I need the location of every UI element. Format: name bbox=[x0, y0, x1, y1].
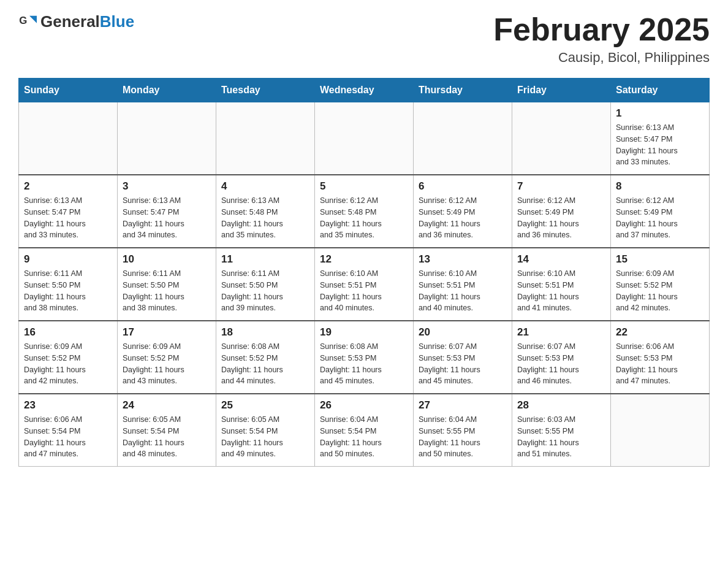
day-info: Sunrise: 6:10 AMSunset: 5:51 PMDaylight:… bbox=[320, 268, 408, 314]
day-info: Sunrise: 6:07 AMSunset: 5:53 PMDaylight:… bbox=[419, 341, 507, 387]
day-number: 10 bbox=[123, 253, 211, 266]
calendar-cell: 13Sunrise: 6:10 AMSunset: 5:51 PMDayligh… bbox=[414, 248, 512, 321]
day-info: Sunrise: 6:08 AMSunset: 5:52 PMDaylight:… bbox=[221, 341, 309, 387]
day-info: Sunrise: 6:06 AMSunset: 5:53 PMDaylight:… bbox=[616, 341, 704, 387]
calendar-cell: 26Sunrise: 6:04 AMSunset: 5:54 PMDayligh… bbox=[315, 394, 414, 467]
calendar-cell bbox=[315, 102, 414, 175]
day-info: Sunrise: 6:08 AMSunset: 5:53 PMDaylight:… bbox=[320, 341, 408, 387]
day-number: 28 bbox=[517, 399, 605, 412]
calendar-cell: 8Sunrise: 6:12 AMSunset: 5:49 PMDaylight… bbox=[611, 175, 710, 248]
day-number: 9 bbox=[24, 253, 112, 266]
day-number: 16 bbox=[24, 326, 112, 339]
day-info: Sunrise: 6:12 AMSunset: 5:49 PMDaylight:… bbox=[517, 195, 605, 241]
day-number: 6 bbox=[419, 180, 507, 193]
day-number: 14 bbox=[517, 253, 605, 266]
day-info: Sunrise: 6:06 AMSunset: 5:54 PMDaylight:… bbox=[24, 414, 112, 460]
calendar-cell: 1Sunrise: 6:13 AMSunset: 5:47 PMDaylight… bbox=[611, 102, 710, 175]
calendar-cell: 15Sunrise: 6:09 AMSunset: 5:52 PMDayligh… bbox=[611, 248, 710, 321]
calendar-cell: 24Sunrise: 6:05 AMSunset: 5:54 PMDayligh… bbox=[118, 394, 216, 467]
calendar-cell: 18Sunrise: 6:08 AMSunset: 5:52 PMDayligh… bbox=[216, 321, 315, 394]
calendar-cell: 20Sunrise: 6:07 AMSunset: 5:53 PMDayligh… bbox=[414, 321, 512, 394]
day-info: Sunrise: 6:09 AMSunset: 5:52 PMDaylight:… bbox=[123, 341, 211, 387]
calendar-cell bbox=[414, 102, 512, 175]
calendar-header-row: SundayMondayTuesdayWednesdayThursdayFrid… bbox=[19, 79, 710, 102]
day-info: Sunrise: 6:04 AMSunset: 5:55 PMDaylight:… bbox=[419, 414, 507, 460]
day-info: Sunrise: 6:13 AMSunset: 5:47 PMDaylight:… bbox=[616, 122, 704, 168]
day-number: 25 bbox=[221, 399, 309, 412]
day-number: 26 bbox=[320, 399, 408, 412]
svg-text:G: G bbox=[19, 15, 27, 26]
day-info: Sunrise: 6:04 AMSunset: 5:54 PMDaylight:… bbox=[320, 414, 408, 460]
calendar-row: 1Sunrise: 6:13 AMSunset: 5:47 PMDaylight… bbox=[19, 102, 710, 175]
day-info: Sunrise: 6:11 AMSunset: 5:50 PMDaylight:… bbox=[123, 268, 211, 314]
calendar-cell: 25Sunrise: 6:05 AMSunset: 5:54 PMDayligh… bbox=[216, 394, 315, 467]
calendar-cell: 23Sunrise: 6:06 AMSunset: 5:54 PMDayligh… bbox=[19, 394, 118, 467]
day-number: 19 bbox=[320, 326, 408, 339]
day-info: Sunrise: 6:05 AMSunset: 5:54 PMDaylight:… bbox=[123, 414, 211, 460]
calendar-cell bbox=[611, 394, 710, 467]
calendar-cell: 4Sunrise: 6:13 AMSunset: 5:48 PMDaylight… bbox=[216, 175, 315, 248]
day-info: Sunrise: 6:11 AMSunset: 5:50 PMDaylight:… bbox=[221, 268, 309, 314]
month-title: February 2025 bbox=[493, 12, 710, 47]
calendar-table: SundayMondayTuesdayWednesdayThursdayFrid… bbox=[18, 78, 710, 467]
calendar-cell: 21Sunrise: 6:07 AMSunset: 5:53 PMDayligh… bbox=[512, 321, 611, 394]
day-info: Sunrise: 6:12 AMSunset: 5:48 PMDaylight:… bbox=[320, 195, 408, 241]
calendar-cell bbox=[19, 102, 118, 175]
calendar-row: 2Sunrise: 6:13 AMSunset: 5:47 PMDaylight… bbox=[19, 175, 710, 248]
day-number: 4 bbox=[221, 180, 309, 193]
calendar-cell: 5Sunrise: 6:12 AMSunset: 5:48 PMDaylight… bbox=[315, 175, 414, 248]
day-number: 24 bbox=[123, 399, 211, 412]
logo: G GeneralBlue bbox=[18, 12, 134, 31]
day-info: Sunrise: 6:11 AMSunset: 5:50 PMDaylight:… bbox=[24, 268, 112, 314]
col-header-saturday: Saturday bbox=[611, 79, 710, 102]
day-info: Sunrise: 6:09 AMSunset: 5:52 PMDaylight:… bbox=[616, 268, 704, 314]
calendar-cell: 11Sunrise: 6:11 AMSunset: 5:50 PMDayligh… bbox=[216, 248, 315, 321]
day-number: 3 bbox=[123, 180, 211, 193]
day-number: 5 bbox=[320, 180, 408, 193]
logo-text-general: General bbox=[40, 12, 100, 31]
day-number: 2 bbox=[24, 180, 112, 193]
day-info: Sunrise: 6:09 AMSunset: 5:52 PMDaylight:… bbox=[24, 341, 112, 387]
col-header-friday: Friday bbox=[512, 79, 611, 102]
calendar-cell: 7Sunrise: 6:12 AMSunset: 5:49 PMDaylight… bbox=[512, 175, 611, 248]
calendar-cell: 27Sunrise: 6:04 AMSunset: 5:55 PMDayligh… bbox=[414, 394, 512, 467]
day-info: Sunrise: 6:13 AMSunset: 5:47 PMDaylight:… bbox=[24, 195, 112, 241]
location-subtitle: Causip, Bicol, Philippines bbox=[493, 50, 710, 66]
day-info: Sunrise: 6:12 AMSunset: 5:49 PMDaylight:… bbox=[616, 195, 704, 241]
col-header-sunday: Sunday bbox=[19, 79, 118, 102]
calendar-cell bbox=[512, 102, 611, 175]
day-number: 8 bbox=[616, 180, 704, 193]
page-header: G GeneralBlue February 2025 Causip, Bico… bbox=[18, 12, 710, 66]
col-header-wednesday: Wednesday bbox=[315, 79, 414, 102]
logo-text-blue: Blue bbox=[100, 12, 134, 31]
day-number: 27 bbox=[419, 399, 507, 412]
calendar-cell: 2Sunrise: 6:13 AMSunset: 5:47 PMDaylight… bbox=[19, 175, 118, 248]
calendar-cell bbox=[118, 102, 216, 175]
calendar-row: 16Sunrise: 6:09 AMSunset: 5:52 PMDayligh… bbox=[19, 321, 710, 394]
calendar-cell: 9Sunrise: 6:11 AMSunset: 5:50 PMDaylight… bbox=[19, 248, 118, 321]
logo-icon: G bbox=[18, 13, 37, 31]
calendar-cell bbox=[216, 102, 315, 175]
day-number: 1 bbox=[616, 107, 704, 120]
day-info: Sunrise: 6:07 AMSunset: 5:53 PMDaylight:… bbox=[517, 341, 605, 387]
calendar-cell: 12Sunrise: 6:10 AMSunset: 5:51 PMDayligh… bbox=[315, 248, 414, 321]
calendar-cell: 3Sunrise: 6:13 AMSunset: 5:47 PMDaylight… bbox=[118, 175, 216, 248]
day-number: 7 bbox=[517, 180, 605, 193]
calendar-cell: 17Sunrise: 6:09 AMSunset: 5:52 PMDayligh… bbox=[118, 321, 216, 394]
day-info: Sunrise: 6:05 AMSunset: 5:54 PMDaylight:… bbox=[221, 414, 309, 460]
col-header-tuesday: Tuesday bbox=[216, 79, 315, 102]
day-number: 20 bbox=[419, 326, 507, 339]
calendar-cell: 28Sunrise: 6:03 AMSunset: 5:55 PMDayligh… bbox=[512, 394, 611, 467]
day-info: Sunrise: 6:10 AMSunset: 5:51 PMDaylight:… bbox=[419, 268, 507, 314]
day-info: Sunrise: 6:13 AMSunset: 5:48 PMDaylight:… bbox=[221, 195, 309, 241]
day-number: 12 bbox=[320, 253, 408, 266]
calendar-cell: 6Sunrise: 6:12 AMSunset: 5:49 PMDaylight… bbox=[414, 175, 512, 248]
day-number: 22 bbox=[616, 326, 704, 339]
day-number: 11 bbox=[221, 253, 309, 266]
day-number: 15 bbox=[616, 253, 704, 266]
svg-marker-1 bbox=[29, 15, 37, 23]
calendar-cell: 19Sunrise: 6:08 AMSunset: 5:53 PMDayligh… bbox=[315, 321, 414, 394]
day-number: 13 bbox=[419, 253, 507, 266]
calendar-cell: 10Sunrise: 6:11 AMSunset: 5:50 PMDayligh… bbox=[118, 248, 216, 321]
col-header-thursday: Thursday bbox=[414, 79, 512, 102]
